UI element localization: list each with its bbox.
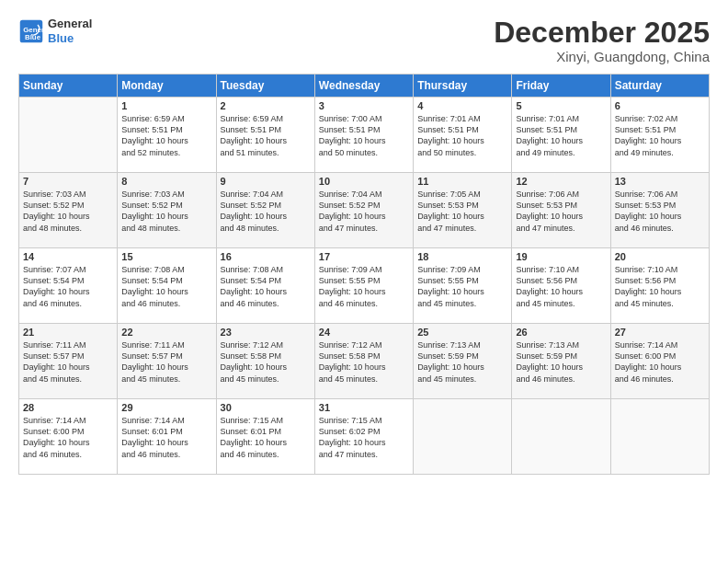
day-number: 28 [23, 402, 113, 413]
day-info: Sunrise: 7:14 AM Sunset: 6:01 PM Dayligh… [121, 415, 211, 460]
day-info: Sunrise: 7:14 AM Sunset: 6:00 PM Dayligh… [23, 415, 113, 460]
col-header-tuesday: Tuesday [216, 75, 314, 98]
day-cell: 10Sunrise: 7:04 AM Sunset: 5:52 PM Dayli… [314, 173, 413, 248]
day-info: Sunrise: 7:07 AM Sunset: 5:54 PM Dayligh… [23, 264, 113, 309]
calendar-page: General Blue General Blue December 2025 … [0, 0, 728, 563]
day-info: Sunrise: 7:01 AM Sunset: 5:51 PM Dayligh… [516, 113, 606, 158]
day-cell: 15Sunrise: 7:08 AM Sunset: 5:54 PM Dayli… [118, 248, 216, 324]
day-cell: 24Sunrise: 7:12 AM Sunset: 5:58 PM Dayli… [314, 324, 413, 399]
day-cell: 20Sunrise: 7:10 AM Sunset: 5:56 PM Dayli… [610, 248, 709, 324]
header-row: SundayMondayTuesdayWednesdayThursdayFrid… [19, 75, 710, 98]
header: General Blue General Blue December 2025 … [18, 17, 710, 64]
day-info: Sunrise: 7:11 AM Sunset: 5:57 PM Dayligh… [23, 339, 113, 385]
day-cell: 3Sunrise: 7:00 AM Sunset: 5:51 PM Daylig… [314, 98, 413, 173]
day-cell: 17Sunrise: 7:09 AM Sunset: 5:55 PM Dayli… [314, 248, 413, 324]
day-cell: 25Sunrise: 7:13 AM Sunset: 5:59 PM Dayli… [414, 324, 512, 399]
day-cell: 18Sunrise: 7:09 AM Sunset: 5:55 PM Dayli… [414, 248, 512, 324]
col-header-sunday: Sunday [19, 75, 118, 98]
day-info: Sunrise: 7:12 AM Sunset: 5:58 PM Dayligh… [221, 339, 311, 385]
col-header-saturday: Saturday [610, 75, 709, 98]
day-cell: 21Sunrise: 7:11 AM Sunset: 5:57 PM Dayli… [19, 324, 118, 399]
day-info: Sunrise: 7:13 AM Sunset: 5:59 PM Dayligh… [417, 339, 507, 385]
week-row-5: 28Sunrise: 7:14 AM Sunset: 6:00 PM Dayli… [19, 399, 710, 475]
day-cell: 29Sunrise: 7:14 AM Sunset: 6:01 PM Dayli… [118, 399, 216, 475]
day-info: Sunrise: 7:02 AM Sunset: 5:51 PM Dayligh… [615, 113, 705, 158]
day-number: 16 [221, 251, 311, 262]
week-row-1: 1Sunrise: 6:59 AM Sunset: 5:51 PM Daylig… [19, 98, 710, 173]
day-number: 30 [221, 402, 311, 413]
day-cell: 12Sunrise: 7:06 AM Sunset: 5:53 PM Dayli… [512, 173, 610, 248]
day-number: 31 [319, 402, 409, 413]
day-number: 3 [319, 100, 409, 111]
day-info: Sunrise: 7:04 AM Sunset: 5:52 PM Dayligh… [319, 189, 409, 234]
day-info: Sunrise: 7:09 AM Sunset: 5:55 PM Dayligh… [319, 264, 409, 309]
day-info: Sunrise: 7:11 AM Sunset: 5:57 PM Dayligh… [121, 339, 211, 385]
col-header-thursday: Thursday [414, 75, 512, 98]
day-info: Sunrise: 7:06 AM Sunset: 5:53 PM Dayligh… [516, 189, 606, 234]
day-number: 27 [615, 327, 705, 338]
week-row-3: 14Sunrise: 7:07 AM Sunset: 5:54 PM Dayli… [19, 248, 710, 324]
logo-text-general: General [48, 17, 92, 31]
day-number: 7 [23, 176, 113, 187]
svg-text:Blue: Blue [25, 32, 41, 40]
day-info: Sunrise: 7:04 AM Sunset: 5:52 PM Dayligh… [221, 189, 311, 234]
day-cell: 30Sunrise: 7:15 AM Sunset: 6:01 PM Dayli… [216, 399, 314, 475]
day-number: 1 [121, 100, 211, 111]
logo: General Blue General Blue [18, 17, 92, 45]
day-number: 25 [417, 327, 507, 338]
day-cell: 22Sunrise: 7:11 AM Sunset: 5:57 PM Dayli… [118, 324, 216, 399]
day-cell [512, 399, 610, 475]
day-info: Sunrise: 7:00 AM Sunset: 5:51 PM Dayligh… [319, 113, 409, 158]
day-cell [19, 98, 118, 173]
day-number: 10 [319, 176, 409, 187]
location-subtitle: Xinyi, Guangdong, China [494, 49, 710, 64]
day-number: 26 [516, 327, 606, 338]
day-info: Sunrise: 7:14 AM Sunset: 6:00 PM Dayligh… [615, 339, 705, 385]
day-info: Sunrise: 7:06 AM Sunset: 5:53 PM Dayligh… [615, 189, 705, 234]
day-info: Sunrise: 7:12 AM Sunset: 5:58 PM Dayligh… [319, 339, 409, 385]
week-row-4: 21Sunrise: 7:11 AM Sunset: 5:57 PM Dayli… [19, 324, 710, 399]
day-cell: 16Sunrise: 7:08 AM Sunset: 5:54 PM Dayli… [216, 248, 314, 324]
day-number: 21 [23, 327, 113, 338]
day-number: 2 [221, 100, 311, 111]
logo-icon: General Blue [18, 18, 44, 44]
day-number: 29 [121, 402, 211, 413]
day-number: 20 [615, 251, 705, 262]
day-number: 5 [516, 100, 606, 111]
day-info: Sunrise: 7:08 AM Sunset: 5:54 PM Dayligh… [121, 264, 211, 309]
day-info: Sunrise: 6:59 AM Sunset: 5:51 PM Dayligh… [121, 113, 211, 158]
week-row-2: 7Sunrise: 7:03 AM Sunset: 5:52 PM Daylig… [19, 173, 710, 248]
day-number: 18 [417, 251, 507, 262]
day-cell: 7Sunrise: 7:03 AM Sunset: 5:52 PM Daylig… [19, 173, 118, 248]
day-number: 22 [121, 327, 211, 338]
day-cell [414, 399, 512, 475]
day-number: 23 [221, 327, 311, 338]
day-cell: 23Sunrise: 7:12 AM Sunset: 5:58 PM Dayli… [216, 324, 314, 399]
month-title: December 2025 [494, 17, 710, 49]
day-info: Sunrise: 6:59 AM Sunset: 5:51 PM Dayligh… [221, 113, 311, 158]
day-cell: 27Sunrise: 7:14 AM Sunset: 6:00 PM Dayli… [610, 324, 709, 399]
day-info: Sunrise: 7:08 AM Sunset: 5:54 PM Dayligh… [221, 264, 311, 309]
day-info: Sunrise: 7:03 AM Sunset: 5:52 PM Dayligh… [121, 189, 211, 234]
col-header-wednesday: Wednesday [314, 75, 413, 98]
day-cell: 6Sunrise: 7:02 AM Sunset: 5:51 PM Daylig… [610, 98, 709, 173]
day-number: 14 [23, 251, 113, 262]
day-cell: 2Sunrise: 6:59 AM Sunset: 5:51 PM Daylig… [216, 98, 314, 173]
day-cell: 11Sunrise: 7:05 AM Sunset: 5:53 PM Dayli… [414, 173, 512, 248]
day-cell: 4Sunrise: 7:01 AM Sunset: 5:51 PM Daylig… [414, 98, 512, 173]
day-cell: 9Sunrise: 7:04 AM Sunset: 5:52 PM Daylig… [216, 173, 314, 248]
day-number: 13 [615, 176, 705, 187]
day-info: Sunrise: 7:10 AM Sunset: 5:56 PM Dayligh… [615, 264, 705, 309]
day-cell: 8Sunrise: 7:03 AM Sunset: 5:52 PM Daylig… [118, 173, 216, 248]
day-cell: 26Sunrise: 7:13 AM Sunset: 5:59 PM Dayli… [512, 324, 610, 399]
day-info: Sunrise: 7:15 AM Sunset: 6:01 PM Dayligh… [221, 415, 311, 460]
day-cell [610, 399, 709, 475]
calendar-table: SundayMondayTuesdayWednesdayThursdayFrid… [18, 74, 710, 475]
day-number: 17 [319, 251, 409, 262]
day-cell: 14Sunrise: 7:07 AM Sunset: 5:54 PM Dayli… [19, 248, 118, 324]
day-number: 6 [615, 100, 705, 111]
day-number: 24 [319, 327, 409, 338]
title-block: December 2025 Xinyi, Guangdong, China [494, 17, 710, 64]
day-info: Sunrise: 7:01 AM Sunset: 5:51 PM Dayligh… [417, 113, 507, 158]
day-info: Sunrise: 7:03 AM Sunset: 5:52 PM Dayligh… [23, 189, 113, 234]
